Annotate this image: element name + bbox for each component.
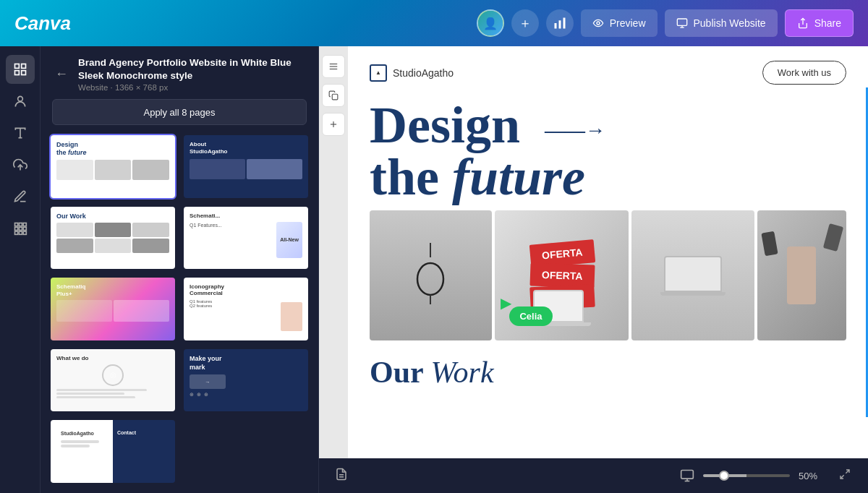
thumb5-title: SchematiqPlus+ (56, 283, 169, 297)
top-navigation: Canva 👤 ＋ Preview Publish Website Share (0, 0, 868, 46)
sidebar-upload-button[interactable] (6, 150, 35, 179)
our-work-label: Our (370, 356, 423, 389)
svg-rect-21 (23, 227, 26, 230)
thumb3-title: Our Work (56, 213, 169, 220)
publish-website-button[interactable]: Publish Website (665, 9, 778, 37)
thumb1-images (56, 160, 169, 180)
template-thumb-2[interactable]: AboutStudioAgatho (182, 134, 310, 200)
image-panel-laptop (631, 210, 754, 340)
hero-arrow-icon: ——→ (545, 119, 605, 141)
image-strip: OFERTA OFERTA OFERTA ▶ Celia (348, 203, 868, 348)
preview-button[interactable]: Preview (581, 9, 658, 37)
thumb2-title: AboutStudioAgatho (190, 141, 302, 156)
our-work-title: Our Work (370, 355, 846, 390)
thumb7-title: What we do (56, 355, 169, 361)
canvas-content: ▲ StudioAgatho Work with us Design ——→ t… (348, 46, 868, 458)
sidebar-text-button[interactable] (6, 119, 35, 147)
laptop-table-container (660, 256, 726, 296)
design-preview: ▲ StudioAgatho Work with us Design ——→ t… (348, 46, 868, 458)
sidebar-draw-button[interactable] (6, 182, 35, 211)
zoom-slider[interactable] (703, 474, 790, 477)
canvas-area: ▲ StudioAgatho Work with us Design ——→ t… (319, 46, 868, 493)
zoom-label: 50% (799, 471, 825, 481)
template-thumb-6[interactable]: IconographyCommercial Q1 featuresQ2 feat… (182, 276, 310, 342)
thumb9-title-left: StudioAgatho (61, 430, 109, 437)
template-thumb-5[interactable]: SchematiqPlus+ (49, 276, 176, 342)
template-thumb-3[interactable]: Our Work (49, 205, 176, 271)
canvas-add-tool[interactable] (322, 113, 345, 136)
template-thumb-7[interactable]: What we do ◎ (49, 348, 176, 413)
avatar[interactable]: 👤 (477, 9, 504, 37)
page-layout-icon (680, 468, 694, 483)
laptop-body (660, 292, 726, 296)
sidebar-icons (0, 46, 41, 493)
svg-rect-22 (14, 231, 17, 234)
svg-line-39 (846, 470, 849, 473)
svg-rect-16 (14, 223, 17, 226)
template-thumb-4[interactable]: Schemati... Q1 Features... All-New (182, 205, 310, 271)
thumb1-title: Designthe future (56, 141, 169, 157)
zoom-slider-container (703, 474, 790, 477)
canvas-copy-tool[interactable] (322, 84, 345, 107)
thumb2-images (190, 159, 302, 179)
fullscreen-button[interactable] (833, 466, 856, 486)
hero-text: Design ——→ the future (370, 99, 846, 203)
thumb7-lines (56, 389, 169, 398)
work-with-us-button[interactable]: Work with us (762, 61, 846, 85)
thumb6-title: IconographyCommercial (190, 283, 302, 296)
svg-rect-10 (14, 71, 19, 75)
back-button[interactable]: ← (52, 64, 71, 85)
bottom-bar: 50% (319, 458, 868, 493)
svg-rect-36 (681, 471, 694, 479)
panel-header: ← Brand Agency Portfolio Website in Whit… (41, 46, 318, 99)
templates-grid: Designthe future AboutStudioAgatho (41, 134, 318, 493)
svg-rect-20 (19, 227, 22, 230)
phone-left (761, 231, 778, 257)
lamp-svg (411, 243, 451, 308)
panel-title-area: Brand Agency Portfolio Website in White … (78, 56, 307, 92)
image-panel-person (757, 210, 846, 340)
svg-rect-8 (14, 64, 19, 69)
svg-rect-1 (558, 20, 561, 28)
svg-rect-17 (19, 223, 22, 226)
main-layout: ← Brand Agency Portfolio Website in Whit… (0, 46, 868, 493)
svg-line-40 (841, 475, 844, 479)
svg-rect-9 (21, 64, 25, 69)
svg-point-12 (17, 96, 22, 101)
studio-logo: ▲ StudioAgatho (370, 64, 454, 82)
svg-rect-23 (19, 231, 22, 234)
add-button[interactable]: ＋ (511, 9, 539, 37)
thumb8-title: Make yourmark (190, 355, 302, 372)
svg-rect-28 (332, 94, 338, 100)
zoom-controls: 50% (680, 466, 856, 486)
svg-rect-4 (677, 19, 686, 25)
studio-logo-icon: ▲ (370, 64, 387, 82)
design-hero: Design ——→ the future (348, 92, 868, 203)
template-panel: ← Brand Agency Portfolio Website in Whit… (41, 46, 319, 493)
template-thumb-8[interactable]: Make yourmark → ⊕⊕⊕ (182, 348, 310, 413)
avatar-inner: 👤 (478, 11, 503, 35)
canvas-align-tool[interactable] (322, 55, 345, 78)
image-panel-oferta: OFERTA OFERTA OFERTA ▶ Celia (495, 210, 629, 340)
chart-button[interactable] (546, 9, 574, 37)
svg-rect-2 (563, 18, 565, 29)
person-silhouette (787, 246, 816, 304)
template-thumb-9[interactable]: StudioAgatho Contact (49, 419, 176, 484)
thumb9-title-right: Contact (117, 430, 165, 435)
design-header: ▲ StudioAgatho Work with us (348, 46, 868, 92)
nav-actions: 👤 ＋ Preview Publish Website Share (477, 9, 854, 37)
sidebar-elements-button[interactable] (6, 87, 35, 116)
panel-title: Brand Agency Portfolio Website in White … (78, 56, 307, 82)
svg-point-3 (597, 22, 600, 25)
image-panel-lamp (370, 210, 492, 340)
studio-name-text: StudioAgatho (393, 67, 454, 79)
sidebar-apps-button[interactable] (6, 214, 35, 243)
sidebar-panels-button[interactable] (6, 55, 35, 84)
apply-all-pages-button[interactable]: Apply all 8 pages (52, 99, 307, 125)
phone-right (823, 223, 843, 252)
share-button[interactable]: Share (785, 9, 854, 37)
svg-rect-0 (554, 23, 556, 29)
laptop-display (664, 256, 722, 292)
hero-title: Design ——→ the future (370, 99, 846, 203)
template-thumb-1[interactable]: Designthe future (49, 134, 176, 200)
